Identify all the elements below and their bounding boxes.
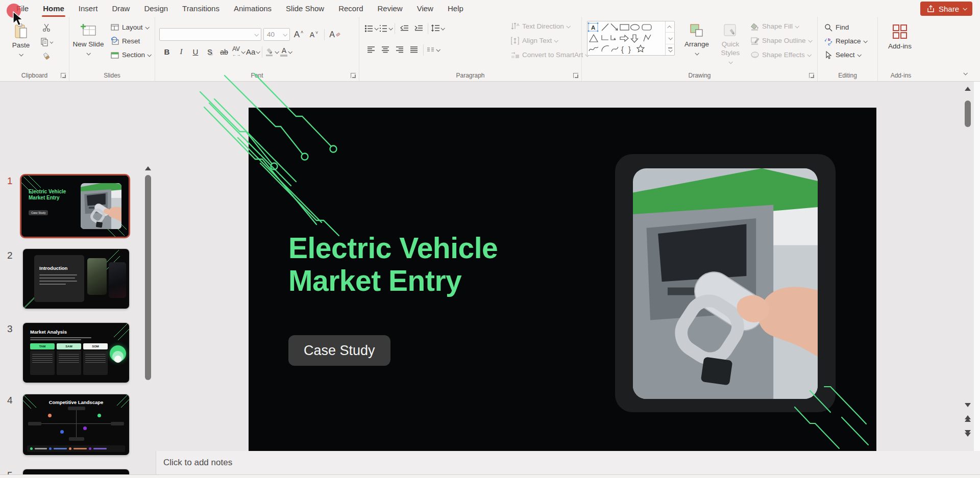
align-right-button[interactable] <box>393 43 406 56</box>
font-color-button[interactable]: A <box>279 45 292 58</box>
font-size-combo[interactable]: 40 <box>263 28 290 41</box>
new-slide-button[interactable]: New Slide <box>72 19 104 72</box>
decrease-font-size-button[interactable]: A˅ <box>307 28 321 41</box>
tab-design[interactable]: Design <box>137 0 175 17</box>
copy-dropdown-icon[interactable] <box>50 40 54 43</box>
slide-thumbnail-4[interactable]: Competitive Landscape <box>23 394 129 455</box>
line-spacing-button[interactable] <box>431 22 444 35</box>
underline-button[interactable]: U <box>189 45 202 58</box>
tab-help[interactable]: Help <box>440 0 471 17</box>
copy-button[interactable] <box>40 35 53 48</box>
thumbnail-scroll-up[interactable] <box>145 166 151 170</box>
numbering-button[interactable] <box>379 22 392 35</box>
competitor-dot-green <box>97 414 101 417</box>
select-button[interactable]: Select <box>822 48 863 61</box>
replace-icon: bc <box>824 37 833 46</box>
italic-button[interactable]: I <box>175 45 188 58</box>
case-study-badge[interactable]: Case Study <box>288 335 390 366</box>
bullets-button[interactable] <box>364 22 378 35</box>
canvas-scrollbar[interactable] <box>965 100 971 127</box>
thumbnail-scrollbar[interactable] <box>145 175 151 380</box>
text-direction-button[interactable]: A Text Direction <box>508 20 591 33</box>
justify-button[interactable] <box>407 43 421 56</box>
clear-formatting-button[interactable]: A <box>328 28 341 41</box>
quick-styles-button[interactable]: Quick Styles <box>716 19 745 72</box>
shape-outline-button[interactable]: Shape Outline <box>748 34 814 47</box>
paragraph-dialog-launcher[interactable] <box>573 73 578 78</box>
clipboard-dialog-launcher[interactable] <box>61 73 66 78</box>
slides-group-label: Slides <box>69 72 155 79</box>
new-slide-dropdown-icon[interactable] <box>86 51 90 55</box>
slide-thumbnail-3[interactable]: Market Analysis TAM SAM SOM <box>23 323 129 383</box>
reset-button[interactable]: Reset <box>108 35 142 47</box>
tab-slide-show[interactable]: Slide Show <box>279 0 331 17</box>
replace-button[interactable]: bc Replace <box>822 35 869 47</box>
canvas-scroll-down[interactable] <box>965 403 971 407</box>
format-painter-icon <box>42 52 51 61</box>
drawing-dialog-launcher[interactable] <box>809 73 814 78</box>
find-button[interactable]: Find <box>822 21 851 34</box>
slide-thumbnail-1[interactable]: Electric Vehicle Market Entry Case Study <box>21 175 129 237</box>
columns-button[interactable] <box>426 43 439 56</box>
select-cursor-icon <box>824 51 833 60</box>
increase-indent-button[interactable] <box>412 22 425 35</box>
align-text-button[interactable]: Align Text <box>508 34 591 47</box>
slide-title-text[interactable]: Electric Vehicle Market Entry <box>288 232 595 297</box>
thumb3-col-som: SOM <box>83 343 108 349</box>
cut-button[interactable] <box>40 21 53 34</box>
canvas-scroll-up[interactable] <box>965 87 971 91</box>
thumb3-col-tam: TAM <box>30 343 55 349</box>
shapes-more-button[interactable] <box>666 44 674 55</box>
layout-button[interactable]: Layout <box>108 21 151 34</box>
shape-outline-icon <box>750 36 760 45</box>
add-ins-label: Add-ins <box>888 42 912 51</box>
shape-effects-button[interactable]: Shape Effects <box>748 48 814 61</box>
format-painter-button[interactable] <box>40 49 53 62</box>
tab-draw[interactable]: Draw <box>105 0 137 17</box>
align-center-button[interactable] <box>379 43 392 56</box>
slide-canvas[interactable]: Electric Vehicle Market Entry Case Study <box>249 108 876 451</box>
convert-smartart-button[interactable]: Convert to SmartArt <box>508 48 591 61</box>
highlight-color-button[interactable] <box>265 45 278 58</box>
increase-font-size-button[interactable]: A˄ <box>292 28 305 41</box>
slide-thumbnail-2[interactable]: Introduction <box>23 249 129 309</box>
tab-record[interactable]: Record <box>331 0 370 17</box>
shape-fill-button[interactable]: Shape Fill <box>748 20 814 33</box>
section-button[interactable]: Section <box>108 48 153 61</box>
change-case-button[interactable]: Aa <box>246 45 259 58</box>
text-shadow-button[interactable]: S <box>203 45 216 58</box>
notes-pane[interactable]: Click to add notes <box>156 451 980 474</box>
shape-gallery[interactable]: A { } <box>587 21 675 56</box>
font-dialog-launcher[interactable] <box>351 73 356 78</box>
shapes-scroll-up[interactable] <box>666 21 674 33</box>
tab-home[interactable]: Home <box>36 0 71 17</box>
share-button[interactable]: Share <box>920 2 972 16</box>
arrange-button[interactable]: Arrange <box>680 19 714 72</box>
previous-slide-button[interactable] <box>965 415 971 422</box>
slide-image-card[interactable] <box>615 154 836 412</box>
strikethrough-button[interactable]: ab <box>217 45 231 58</box>
replace-label: Replace <box>836 37 861 45</box>
justify-icon <box>409 45 419 55</box>
ribbon-collapse-button[interactable] <box>964 68 967 77</box>
tab-insert[interactable]: Insert <box>71 0 105 17</box>
add-ins-button[interactable]: Add-ins <box>885 19 915 72</box>
character-spacing-button[interactable]: AV←→ <box>232 45 245 58</box>
align-left-button[interactable] <box>364 43 378 56</box>
status-bar <box>0 474 980 478</box>
tab-transitions[interactable]: Transitions <box>175 0 227 17</box>
decrease-indent-button[interactable] <box>398 22 411 35</box>
font-size-value: 40 <box>267 31 275 38</box>
font-name-combo[interactable] <box>159 28 261 41</box>
bold-button[interactable]: B <box>160 45 174 58</box>
paste-dropdown-icon[interactable] <box>19 52 23 56</box>
tab-review[interactable]: Review <box>371 0 410 17</box>
arrange-icon <box>689 23 704 38</box>
tab-view[interactable]: View <box>410 0 440 17</box>
shapes-scroll-down[interactable] <box>666 33 674 44</box>
smartart-icon <box>510 51 520 60</box>
slide-number-2: 2 <box>7 250 13 261</box>
tab-animations[interactable]: Animations <box>227 0 279 17</box>
next-slide-button[interactable] <box>965 430 971 437</box>
competitor-dot-blue <box>60 430 64 434</box>
